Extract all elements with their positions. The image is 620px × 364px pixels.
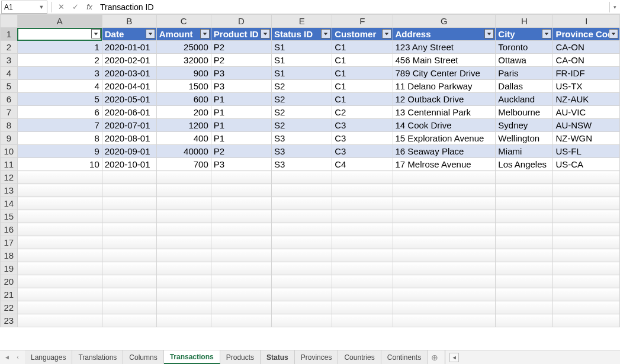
table-cell[interactable]: Auckland (496, 93, 553, 106)
row-header[interactable]: 7 (1, 106, 18, 119)
table-cell[interactable]: 789 City Center Drive (393, 67, 496, 80)
table-cell[interactable]: Dallas (496, 80, 553, 93)
empty-cell[interactable] (553, 301, 620, 314)
empty-cell[interactable] (17, 262, 102, 275)
column-header[interactable]: C (156, 15, 211, 28)
table-cell[interactable]: CA-ON (553, 41, 620, 54)
row-header[interactable]: 3 (1, 54, 18, 67)
empty-cell[interactable] (211, 223, 271, 236)
table-cell[interactable]: 10 (17, 158, 102, 171)
row-header[interactable]: 21 (1, 288, 18, 301)
table-cell[interactable]: 900 (156, 67, 211, 80)
empty-cell[interactable] (156, 249, 211, 262)
empty-cell[interactable] (496, 223, 553, 236)
table-cell[interactable]: Ottawa (496, 54, 553, 67)
empty-cell[interactable] (17, 236, 102, 249)
table-cell[interactable]: US-CA (553, 158, 620, 171)
empty-cell[interactable] (272, 171, 332, 184)
nav-prev-icon[interactable]: ‹ (14, 354, 21, 360)
row-header[interactable]: 6 (1, 93, 18, 106)
table-cell[interactable]: 400 (156, 132, 211, 145)
empty-cell[interactable] (553, 288, 620, 301)
empty-cell[interactable] (17, 275, 102, 288)
filter-dropdown-icon[interactable] (382, 29, 391, 38)
empty-cell[interactable] (211, 197, 271, 210)
empty-cell[interactable] (332, 223, 393, 236)
table-cell[interactable]: P3 (211, 67, 271, 80)
table-cell[interactable]: P2 (211, 54, 271, 67)
spreadsheet-grid[interactable]: ABCDEFGHI1Transaction IDDateAmountProduc… (0, 14, 620, 327)
empty-cell[interactable] (17, 210, 102, 223)
empty-cell[interactable] (393, 262, 496, 275)
row-header[interactable]: 12 (1, 171, 18, 184)
table-cell[interactable]: US-TX (553, 80, 620, 93)
empty-cell[interactable] (496, 197, 553, 210)
empty-cell[interactable] (156, 184, 211, 197)
row-header[interactable]: 10 (1, 145, 18, 158)
table-cell[interactable]: 15 Exploration Avenue (393, 132, 496, 145)
empty-cell[interactable] (211, 301, 271, 314)
filter-dropdown-icon[interactable] (91, 29, 101, 38)
empty-cell[interactable] (156, 262, 211, 275)
empty-cell[interactable] (156, 288, 211, 301)
table-cell[interactable]: 1200 (156, 119, 211, 132)
table-header-cell[interactable]: Address (393, 28, 496, 41)
table-cell[interactable]: 4 (17, 80, 102, 93)
table-header-cell[interactable]: Province Code (553, 28, 620, 41)
row-header[interactable]: 15 (1, 210, 18, 223)
empty-cell[interactable] (332, 314, 393, 327)
empty-cell[interactable] (272, 210, 332, 223)
table-header-cell[interactable]: Product ID (211, 28, 271, 41)
row-header[interactable]: 18 (1, 249, 18, 262)
table-cell[interactable]: 600 (156, 93, 211, 106)
empty-cell[interactable] (393, 210, 496, 223)
empty-cell[interactable] (102, 171, 156, 184)
table-cell[interactable]: 2020-02-01 (102, 54, 156, 67)
nav-first-icon[interactable]: ◄ (4, 354, 11, 360)
column-header[interactable]: I (553, 15, 620, 28)
empty-cell[interactable] (211, 288, 271, 301)
table-cell[interactable]: Sydney (496, 119, 553, 132)
column-header[interactable]: F (332, 15, 393, 28)
empty-cell[interactable] (17, 301, 102, 314)
select-all-corner[interactable] (1, 15, 18, 28)
table-cell[interactable]: NZ-AUK (553, 93, 620, 106)
table-cell[interactable]: 2020-06-01 (102, 106, 156, 119)
empty-cell[interactable] (393, 184, 496, 197)
empty-cell[interactable] (553, 314, 620, 327)
row-header[interactable]: 23 (1, 314, 18, 327)
table-cell[interactable]: 12 Outback Drive (393, 93, 496, 106)
empty-cell[interactable] (332, 184, 393, 197)
empty-cell[interactable] (211, 249, 271, 262)
empty-cell[interactable] (332, 275, 393, 288)
formula-input[interactable] (97, 1, 609, 14)
sheet-tab[interactable]: Columns (123, 350, 163, 364)
table-header-cell[interactable]: Status ID (272, 28, 332, 41)
table-cell[interactable]: 1500 (156, 80, 211, 93)
column-header[interactable]: G (393, 15, 496, 28)
table-cell[interactable]: Miami (496, 145, 553, 158)
empty-cell[interactable] (102, 288, 156, 301)
add-sheet-button[interactable]: ⊕ (428, 350, 442, 364)
table-cell[interactable]: 200 (156, 106, 211, 119)
table-cell[interactable]: 8 (17, 132, 102, 145)
table-cell[interactable]: S3 (272, 145, 332, 158)
empty-cell[interactable] (393, 236, 496, 249)
formula-expand-icon[interactable]: ▾ (609, 2, 620, 12)
table-cell[interactable]: S2 (272, 106, 332, 119)
column-header[interactable]: A (17, 15, 102, 28)
table-cell[interactable]: C1 (332, 54, 393, 67)
sheet-tab[interactable]: Status (261, 350, 295, 364)
sheet-tab[interactable]: Languages (25, 350, 72, 364)
table-cell[interactable]: 6 (17, 106, 102, 119)
table-cell[interactable]: Wellington (496, 132, 553, 145)
empty-cell[interactable] (553, 210, 620, 223)
empty-cell[interactable] (272, 288, 332, 301)
table-cell[interactable]: C1 (332, 80, 393, 93)
table-cell[interactable]: S1 (272, 41, 332, 54)
empty-cell[interactable] (211, 314, 271, 327)
row-header[interactable]: 1 (1, 28, 18, 41)
empty-cell[interactable] (496, 236, 553, 249)
table-cell[interactable]: S2 (272, 80, 332, 93)
row-header[interactable]: 8 (1, 119, 18, 132)
